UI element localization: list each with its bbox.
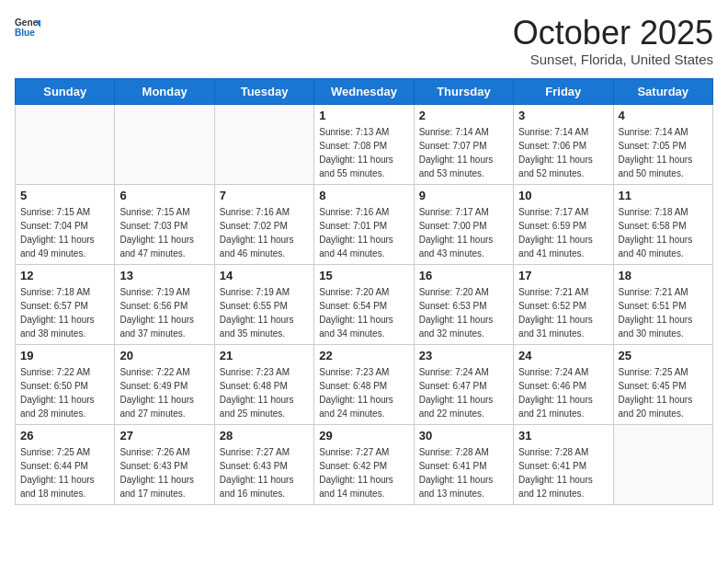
day-number: 27 bbox=[119, 429, 209, 442]
day-info: Sunrise: 7:21 AM Sunset: 6:51 PM Dayligh… bbox=[619, 285, 708, 340]
weekday-header: Thursday bbox=[414, 78, 513, 104]
calendar-cell: 30Sunrise: 7:28 AM Sunset: 6:41 PM Dayli… bbox=[414, 424, 513, 504]
weekday-header: Monday bbox=[115, 78, 214, 104]
calendar-cell: 8Sunrise: 7:16 AM Sunset: 7:01 PM Daylig… bbox=[314, 184, 414, 264]
page-header: General Blue October 2025 Sunset, Florid… bbox=[15, 15, 713, 67]
day-number: 12 bbox=[20, 269, 109, 282]
day-info: Sunrise: 7:27 AM Sunset: 6:43 PM Dayligh… bbox=[220, 445, 309, 500]
weekday-header: Saturday bbox=[613, 78, 712, 104]
day-number: 3 bbox=[518, 109, 608, 122]
calendar-cell: 10Sunrise: 7:17 AM Sunset: 6:59 PM Dayli… bbox=[514, 184, 613, 264]
calendar-cell: 1Sunrise: 7:13 AM Sunset: 7:08 PM Daylig… bbox=[314, 104, 414, 184]
day-number: 20 bbox=[119, 349, 209, 362]
calendar-cell: 15Sunrise: 7:20 AM Sunset: 6:54 PM Dayli… bbox=[314, 264, 414, 344]
day-number: 7 bbox=[220, 189, 309, 202]
day-info: Sunrise: 7:17 AM Sunset: 7:00 PM Dayligh… bbox=[419, 205, 508, 260]
calendar-cell: 20Sunrise: 7:22 AM Sunset: 6:49 PM Dayli… bbox=[115, 344, 214, 424]
calendar-cell: 11Sunrise: 7:18 AM Sunset: 6:58 PM Dayli… bbox=[613, 184, 712, 264]
day-number: 14 bbox=[220, 269, 309, 282]
day-info: Sunrise: 7:16 AM Sunset: 7:02 PM Dayligh… bbox=[220, 205, 309, 260]
day-number: 31 bbox=[518, 429, 608, 442]
day-info: Sunrise: 7:16 AM Sunset: 7:01 PM Dayligh… bbox=[319, 205, 408, 260]
logo: General Blue bbox=[15, 15, 40, 40]
calendar-cell: 14Sunrise: 7:19 AM Sunset: 6:55 PM Dayli… bbox=[214, 264, 313, 344]
day-number: 25 bbox=[619, 349, 708, 362]
calendar-week-row: 26Sunrise: 7:25 AM Sunset: 6:44 PM Dayli… bbox=[16, 424, 713, 504]
day-info: Sunrise: 7:13 AM Sunset: 7:08 PM Dayligh… bbox=[319, 125, 408, 180]
calendar-cell: 21Sunrise: 7:23 AM Sunset: 6:48 PM Dayli… bbox=[214, 344, 313, 424]
calendar-cell: 28Sunrise: 7:27 AM Sunset: 6:43 PM Dayli… bbox=[214, 424, 313, 504]
calendar-week-row: 12Sunrise: 7:18 AM Sunset: 6:57 PM Dayli… bbox=[16, 264, 713, 344]
day-number: 21 bbox=[220, 349, 309, 362]
day-number: 16 bbox=[419, 269, 508, 282]
svg-text:Blue: Blue bbox=[15, 28, 35, 38]
month-title: October 2025 bbox=[513, 15, 713, 52]
day-number: 2 bbox=[419, 109, 508, 122]
location-subtitle: Sunset, Florida, United States bbox=[513, 52, 713, 67]
calendar-cell: 4Sunrise: 7:14 AM Sunset: 7:05 PM Daylig… bbox=[613, 104, 712, 184]
day-number: 23 bbox=[419, 349, 508, 362]
day-info: Sunrise: 7:14 AM Sunset: 7:05 PM Dayligh… bbox=[619, 125, 708, 180]
weekday-header: Tuesday bbox=[214, 78, 313, 104]
calendar-week-row: 5Sunrise: 7:15 AM Sunset: 7:04 PM Daylig… bbox=[16, 184, 713, 264]
day-info: Sunrise: 7:18 AM Sunset: 6:58 PM Dayligh… bbox=[619, 205, 708, 260]
calendar-cell: 9Sunrise: 7:17 AM Sunset: 7:00 PM Daylig… bbox=[414, 184, 513, 264]
day-info: Sunrise: 7:24 AM Sunset: 6:47 PM Dayligh… bbox=[419, 365, 508, 420]
svg-text:General: General bbox=[15, 17, 40, 28]
day-info: Sunrise: 7:28 AM Sunset: 6:41 PM Dayligh… bbox=[419, 445, 508, 500]
calendar-cell: 27Sunrise: 7:26 AM Sunset: 6:43 PM Dayli… bbox=[115, 424, 214, 504]
calendar-table: SundayMondayTuesdayWednesdayThursdayFrid… bbox=[15, 78, 713, 505]
weekday-header: Wednesday bbox=[314, 78, 414, 104]
calendar-cell bbox=[115, 104, 214, 184]
day-info: Sunrise: 7:23 AM Sunset: 6:48 PM Dayligh… bbox=[319, 365, 408, 420]
calendar-cell: 7Sunrise: 7:16 AM Sunset: 7:02 PM Daylig… bbox=[214, 184, 313, 264]
day-info: Sunrise: 7:15 AM Sunset: 7:03 PM Dayligh… bbox=[119, 205, 209, 260]
calendar-week-row: 1Sunrise: 7:13 AM Sunset: 7:08 PM Daylig… bbox=[16, 104, 713, 184]
calendar-cell: 16Sunrise: 7:20 AM Sunset: 6:53 PM Dayli… bbox=[414, 264, 513, 344]
day-info: Sunrise: 7:24 AM Sunset: 6:46 PM Dayligh… bbox=[518, 365, 608, 420]
day-number: 22 bbox=[319, 349, 408, 362]
day-number: 26 bbox=[20, 429, 109, 442]
day-info: Sunrise: 7:15 AM Sunset: 7:04 PM Dayligh… bbox=[20, 205, 109, 260]
day-number: 9 bbox=[419, 189, 508, 202]
calendar-cell bbox=[214, 104, 313, 184]
day-number: 19 bbox=[20, 349, 109, 362]
weekday-header: Sunday bbox=[16, 78, 115, 104]
day-number: 8 bbox=[319, 189, 408, 202]
weekday-header-row: SundayMondayTuesdayWednesdayThursdayFrid… bbox=[16, 78, 713, 104]
day-number: 28 bbox=[220, 429, 309, 442]
day-info: Sunrise: 7:19 AM Sunset: 6:55 PM Dayligh… bbox=[220, 285, 309, 340]
day-info: Sunrise: 7:14 AM Sunset: 7:07 PM Dayligh… bbox=[419, 125, 508, 180]
day-info: Sunrise: 7:22 AM Sunset: 6:49 PM Dayligh… bbox=[119, 365, 209, 420]
calendar-cell: 2Sunrise: 7:14 AM Sunset: 7:07 PM Daylig… bbox=[414, 104, 513, 184]
calendar-cell: 23Sunrise: 7:24 AM Sunset: 6:47 PM Dayli… bbox=[414, 344, 513, 424]
day-info: Sunrise: 7:14 AM Sunset: 7:06 PM Dayligh… bbox=[518, 125, 608, 180]
day-number: 4 bbox=[619, 109, 708, 122]
day-number: 17 bbox=[518, 269, 608, 282]
day-info: Sunrise: 7:18 AM Sunset: 6:57 PM Dayligh… bbox=[20, 285, 109, 340]
calendar-cell: 13Sunrise: 7:19 AM Sunset: 6:56 PM Dayli… bbox=[115, 264, 214, 344]
calendar-cell: 25Sunrise: 7:25 AM Sunset: 6:45 PM Dayli… bbox=[613, 344, 712, 424]
day-number: 11 bbox=[619, 189, 708, 202]
calendar-cell: 5Sunrise: 7:15 AM Sunset: 7:04 PM Daylig… bbox=[16, 184, 115, 264]
calendar-cell: 17Sunrise: 7:21 AM Sunset: 6:52 PM Dayli… bbox=[514, 264, 613, 344]
calendar-cell bbox=[613, 424, 712, 504]
day-number: 5 bbox=[20, 189, 109, 202]
day-info: Sunrise: 7:21 AM Sunset: 6:52 PM Dayligh… bbox=[518, 285, 608, 340]
calendar-cell: 19Sunrise: 7:22 AM Sunset: 6:50 PM Dayli… bbox=[16, 344, 115, 424]
day-number: 18 bbox=[619, 269, 708, 282]
day-number: 10 bbox=[518, 189, 608, 202]
calendar-cell: 12Sunrise: 7:18 AM Sunset: 6:57 PM Dayli… bbox=[16, 264, 115, 344]
calendar-cell: 31Sunrise: 7:28 AM Sunset: 6:41 PM Dayli… bbox=[514, 424, 613, 504]
calendar-cell: 18Sunrise: 7:21 AM Sunset: 6:51 PM Dayli… bbox=[613, 264, 712, 344]
day-number: 1 bbox=[319, 109, 408, 122]
calendar-cell: 29Sunrise: 7:27 AM Sunset: 6:42 PM Dayli… bbox=[314, 424, 414, 504]
day-number: 30 bbox=[419, 429, 508, 442]
day-number: 13 bbox=[119, 269, 209, 282]
day-info: Sunrise: 7:26 AM Sunset: 6:43 PM Dayligh… bbox=[119, 445, 209, 500]
day-number: 24 bbox=[518, 349, 608, 362]
calendar-cell: 24Sunrise: 7:24 AM Sunset: 6:46 PM Dayli… bbox=[514, 344, 613, 424]
calendar-cell: 26Sunrise: 7:25 AM Sunset: 6:44 PM Dayli… bbox=[16, 424, 115, 504]
day-info: Sunrise: 7:20 AM Sunset: 6:54 PM Dayligh… bbox=[319, 285, 408, 340]
day-info: Sunrise: 7:25 AM Sunset: 6:45 PM Dayligh… bbox=[619, 365, 708, 420]
